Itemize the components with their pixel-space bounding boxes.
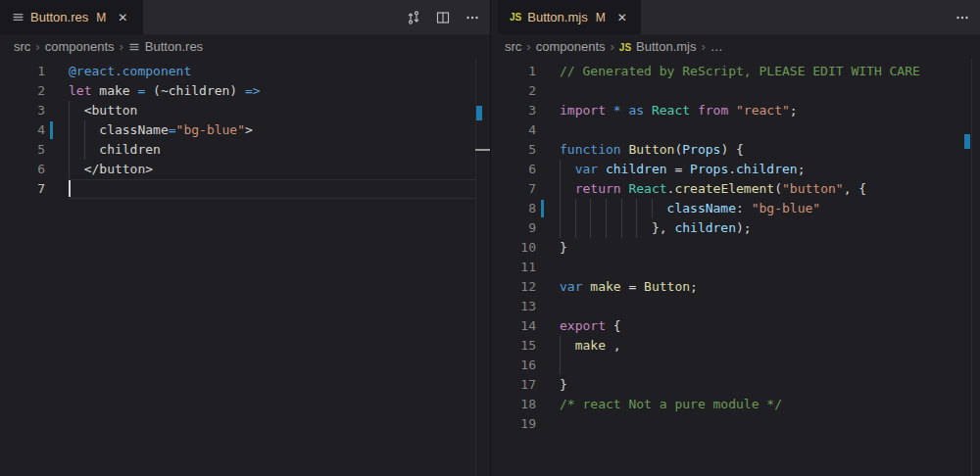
line-number: 13	[491, 297, 536, 316]
gutter	[536, 179, 560, 199]
code-line[interactable]: 13	[491, 297, 980, 316]
indent-guide	[560, 356, 561, 375]
breadcrumb-item[interactable]: components	[45, 39, 115, 54]
indent-guide	[590, 199, 591, 218]
code-token: * as	[613, 103, 644, 118]
indent-guide	[560, 160, 561, 179]
code-line[interactable]: 5function Button(Props) {	[491, 140, 980, 160]
gutter	[536, 160, 560, 179]
editor-group-sash[interactable]	[490, 0, 491, 476]
gutter	[536, 297, 560, 316]
more-actions-icon[interactable]	[465, 10, 480, 25]
code-line[interactable]: 19	[491, 414, 980, 434]
code-line[interactable]: 14export {	[491, 316, 980, 336]
code-token: return	[575, 181, 621, 196]
code-line[interactable]: 1@react.component	[0, 62, 490, 81]
text-cursor	[69, 180, 71, 197]
code-line[interactable]: 4	[491, 120, 980, 140]
code-line[interactable]: 12var make = Button;	[491, 277, 980, 297]
more-actions-icon[interactable]	[955, 10, 970, 25]
code-line[interactable]: 3import * as React from "react";	[491, 101, 980, 120]
code-token: make	[91, 83, 137, 98]
breadcrumb-label: …	[710, 39, 723, 54]
code-line[interactable]: 10}	[491, 238, 980, 258]
code-line[interactable]: 5 children	[0, 140, 490, 160]
code-line[interactable]: 18/* react Not a pure module */	[491, 395, 980, 414]
indent-guide	[69, 101, 70, 120]
code-line[interactable]: 6 var children = Props.children;	[491, 160, 980, 179]
code-token: /* react Not a pure module */	[560, 397, 782, 411]
line-number: 17	[491, 375, 536, 395]
tab-button-res[interactable]: Button.res M ✕	[0, 0, 143, 34]
code-line[interactable]: 11	[491, 258, 980, 277]
code-line[interactable]: 8 className: "bg-blue"	[491, 199, 980, 218]
split-editor-icon[interactable]	[435, 10, 451, 25]
code-line[interactable]: 9 }, children);	[491, 218, 980, 238]
code-token: import	[560, 103, 606, 118]
code-editor-button-res[interactable]: 1@react.component2let make = (~children)…	[0, 59, 490, 476]
line-number: 15	[491, 336, 536, 356]
code-line[interactable]: 6 </button>	[0, 160, 490, 179]
code-token: Props	[682, 142, 720, 157]
code-line[interactable]: 7	[0, 179, 490, 199]
line-number: 1	[491, 62, 536, 81]
gutter	[536, 277, 560, 297]
code-editor-button-mjs[interactable]: 1// Generated by ReScript, PLEASE EDIT W…	[491, 59, 980, 476]
gutter	[536, 258, 560, 277]
code-token: =	[621, 279, 644, 294]
js-icon: JS	[619, 39, 631, 54]
code-line[interactable]: 7 return React.createElement("button", {	[491, 179, 980, 199]
breadcrumb-item[interactable]: Button.res	[128, 39, 203, 54]
indent-guide	[84, 120, 85, 140]
code-line[interactable]: 16	[491, 356, 980, 375]
code-token	[598, 162, 606, 176]
breadcrumb-label: components	[45, 39, 115, 54]
code-line[interactable]: 4 className="bg-blue">	[0, 120, 490, 140]
indent-guide	[636, 199, 637, 218]
indent-guide	[590, 218, 591, 238]
code-text: @react.component	[69, 62, 490, 81]
line-number: 8	[491, 199, 536, 218]
breadcrumb-chevron-icon: ›	[702, 39, 706, 54]
breadcrumb-item[interactable]: src	[505, 39, 521, 54]
code-line[interactable]: 1// Generated by ReScript, PLEASE EDIT W…	[491, 62, 980, 81]
code-line[interactable]: 2let make = (~children) =>	[0, 81, 490, 101]
code-line[interactable]: 3 <button	[0, 101, 490, 120]
indent-guide	[560, 218, 561, 238]
line-number: 14	[491, 316, 536, 336]
breadcrumb-label: Button.res	[145, 39, 203, 54]
code-token: className	[667, 201, 736, 215]
code-token: =	[169, 122, 176, 137]
code-token: children	[606, 162, 667, 176]
code-token: ;	[690, 279, 698, 294]
code-text: children	[69, 140, 490, 160]
breadcrumb-item[interactable]: components	[536, 39, 606, 54]
close-icon[interactable]: ✕	[617, 11, 627, 24]
code-line[interactable]: 15 make ,	[491, 336, 980, 356]
code-token: ) {	[720, 142, 743, 157]
gutter	[45, 160, 69, 179]
line-number: 2	[491, 81, 536, 101]
code-text: className="bg-blue">	[69, 120, 490, 140]
breadcrumb-item[interactable]: …	[710, 39, 723, 54]
line-number: 12	[491, 277, 536, 297]
tab-button-mjs[interactable]: JS Button.mjs M ✕	[498, 0, 641, 34]
code-text: function Button(Props) {	[560, 140, 980, 160]
code-token: <button	[69, 103, 137, 118]
breadcrumb-item[interactable]: JSButton.mjs	[619, 39, 697, 54]
code-text	[560, 120, 980, 140]
code-token: Button	[628, 142, 674, 157]
code-text: </button>	[69, 160, 490, 179]
gutter	[45, 120, 69, 140]
breadcrumb-item[interactable]: src	[14, 39, 30, 54]
indent-guide	[621, 199, 622, 218]
code-line[interactable]: 2	[491, 81, 980, 101]
open-changes-icon[interactable]	[406, 10, 421, 25]
line-number: 18	[491, 395, 536, 414]
code-text: return React.createElement("button", {	[560, 179, 980, 199]
code-text: }	[560, 238, 980, 258]
close-icon[interactable]: ✕	[118, 11, 127, 24]
code-token: }	[560, 240, 567, 255]
code-line[interactable]: 17}	[491, 375, 980, 395]
list-icon	[128, 41, 140, 53]
